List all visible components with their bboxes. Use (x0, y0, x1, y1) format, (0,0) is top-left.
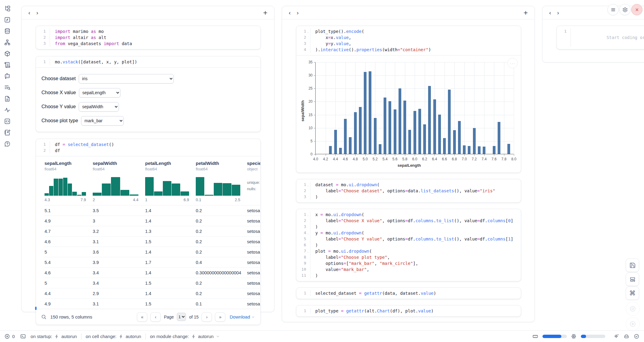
runtime-setting-1[interactable]: on startup:autorun (30, 334, 77, 339)
dropdown-select-choose-y-value[interactable]: sepalWidth (79, 102, 119, 112)
code-editor[interactable]: 1234567891011x = mo.ui.dropdown( label="… (296, 209, 521, 281)
sidebar-list-search-icon[interactable] (4, 84, 11, 91)
altair-bar-chart[interactable]: 4.04.24.44.64.85.05.25.45.65.86.06.26.46… (300, 59, 518, 168)
table-cell-sepalWidth: 3.5 (93, 205, 145, 216)
sidebar-function-square-icon[interactable] (4, 16, 11, 23)
settings-button[interactable] (619, 4, 631, 15)
shutdown-button[interactable] (631, 4, 642, 15)
layout-toggle-button[interactable] (626, 273, 639, 286)
fold-chevron-icon[interactable] (307, 231, 309, 233)
code-cell[interactable]: 1selected_dataset = getattr(data, datase… (296, 287, 521, 299)
keyboard-shortcuts-button[interactable]: ⌘ (626, 287, 639, 300)
notebook-menu-button[interactable] (607, 4, 619, 15)
terminal-button[interactable] (20, 333, 26, 340)
code-cell[interactable]: 123import marimo as moimport altair as a… (36, 26, 261, 49)
x-axis-tick (365, 154, 366, 156)
sidebar-database-icon[interactable] (4, 27, 11, 35)
run-button[interactable] (626, 317, 640, 331)
table-cell-sepalWidth: 2.9 (93, 288, 145, 298)
next-page-button[interactable]: › (202, 312, 212, 322)
line-number-text: 1 (43, 142, 48, 147)
code-editor[interactable]: 123dataset = mo.ui.dropdown( label="Choo… (296, 179, 521, 202)
chart-bar (463, 145, 466, 154)
column-forward-button[interactable]: › (297, 10, 305, 16)
runtime-setting-2[interactable]: on cell change:autorun (86, 334, 141, 339)
download-button[interactable]: Download (230, 314, 255, 319)
add-column-button[interactable]: + (263, 9, 267, 17)
chart-bar (458, 121, 461, 154)
x-axis-tick (454, 154, 455, 156)
fold-chevron-icon[interactable] (307, 183, 309, 185)
add-column-button[interactable]: + (524, 9, 528, 17)
sidebar-package-icon[interactable] (4, 50, 11, 57)
errors-indicator[interactable] (4, 333, 10, 340)
search-icon[interactable] (41, 314, 47, 320)
code-line: df (55, 148, 114, 154)
x-tick-label: 7.4 (481, 157, 487, 161)
chart-bar (344, 119, 347, 154)
fold-chevron-icon[interactable] (307, 213, 309, 215)
table-cell-species: setosa (247, 299, 260, 309)
column-forward-button[interactable]: › (36, 10, 44, 16)
panel-layout-icon (629, 276, 636, 283)
page-select[interactable]: 1 (177, 313, 186, 321)
runtime-setting-3[interactable]: on module change:autorun (150, 334, 220, 339)
code-editor[interactable]: Start coding or generate with AI (571, 28, 644, 47)
stop-button[interactable] (626, 302, 640, 316)
placeholder-text: Start coding or (606, 35, 644, 40)
sidebar-sitemap-icon[interactable] (4, 39, 11, 46)
empty-code-cell[interactable]: 1 Start coding or generate with AI (556, 26, 644, 49)
code-cell[interactable]: 1234plot_type().encode( x=x.value, y=y.v… (296, 26, 521, 173)
dropdown-select-choose-plot-type[interactable]: mark_bar (81, 116, 124, 126)
code-cell[interactable]: 123dataset = mo.ui.dropdown( label="Choo… (296, 179, 521, 203)
sidebar-file-tree-icon[interactable] (4, 5, 11, 12)
column-header-petalWidth: petalWidthfloat640.12.5 (196, 161, 247, 205)
code-line: mo.vstack([dataset, x, y, plot]) (55, 59, 137, 65)
sidebar-activity-icon[interactable] (4, 106, 11, 114)
sparkles-icon (614, 333, 619, 339)
fold-chevron-icon[interactable] (307, 249, 309, 252)
fold-chevron-icon[interactable] (307, 30, 309, 32)
prev-page-button[interactable]: ‹ (150, 312, 161, 322)
sidebar-file-text-icon[interactable] (4, 95, 11, 102)
column-forward-button[interactable]: › (557, 10, 565, 16)
column-back-button[interactable]: ‹ (289, 10, 297, 16)
code-editor[interactable]: 12df = selected_dataset()df (36, 139, 260, 156)
code-editor[interactable]: 1mo.vstack([dataset, x, y, plot]) (36, 56, 260, 67)
sidebar-notebook-pen-icon[interactable] (4, 129, 11, 136)
sidebar-scroll-icon[interactable] (4, 61, 11, 69)
connection-status-button[interactable] (634, 333, 640, 340)
y-axis-tick (314, 102, 316, 102)
dropdown-select-choose-dataset[interactable]: iris (79, 74, 174, 84)
ram-icon (532, 333, 538, 339)
sidebar-help-circle-icon[interactable] (4, 140, 11, 148)
column-back-button[interactable]: ‹ (549, 10, 557, 16)
code-editor[interactable]: 1plot_type = getattr(alt.Chart(df), plot… (296, 305, 521, 316)
dropdown-select-choose-x-value[interactable]: sepalLength (79, 88, 120, 98)
code-editor[interactable]: 1selected_dataset = getattr(data, datase… (296, 288, 521, 299)
x-tick-label: 5.6 (392, 157, 398, 161)
code-editor[interactable]: 123import marimo as moimport altair as a… (36, 26, 260, 49)
table-cell-sepalLength: 5.1 (45, 205, 93, 216)
sidebar-bot-icon[interactable] (4, 73, 11, 80)
first-page-button[interactable]: « (137, 312, 147, 322)
line-number: 10 (296, 266, 309, 273)
code-editor[interactable]: 1234plot_type().encode( x=x.value, y=y.v… (296, 26, 521, 55)
column-back-button[interactable]: ‹ (28, 10, 36, 16)
chart-menu-button[interactable]: ··· (507, 58, 518, 68)
ai-assistant-button[interactable] (614, 333, 620, 340)
page-of-label: of 15 (189, 315, 199, 319)
line-number-text: 11 (301, 273, 309, 278)
line-number-text: 6 (304, 243, 309, 247)
code-cell[interactable]: 1plot_type = getattr(alt.Chart(df), plot… (296, 305, 521, 317)
dataframe-table: sepalLengthfloat644.37.9sepalWidthfloat6… (36, 156, 260, 309)
save-button[interactable] (626, 258, 639, 272)
table-cell-sepalLength: 4.7 (45, 226, 93, 236)
code-cell[interactable]: 1mo.vstack([dataset, x, y, plot])Choose … (36, 56, 261, 132)
last-page-button[interactable]: » (215, 312, 225, 322)
code-cell[interactable]: 12df = selected_dataset()dfsepalLengthfl… (36, 139, 261, 325)
code-cell[interactable]: 1234567891011x = mo.ui.dropdown( label="… (296, 209, 521, 281)
line-number-gutter: 123 (36, 28, 50, 47)
sidebar-code-square-icon[interactable] (4, 118, 11, 125)
copilot-button[interactable] (624, 333, 630, 340)
